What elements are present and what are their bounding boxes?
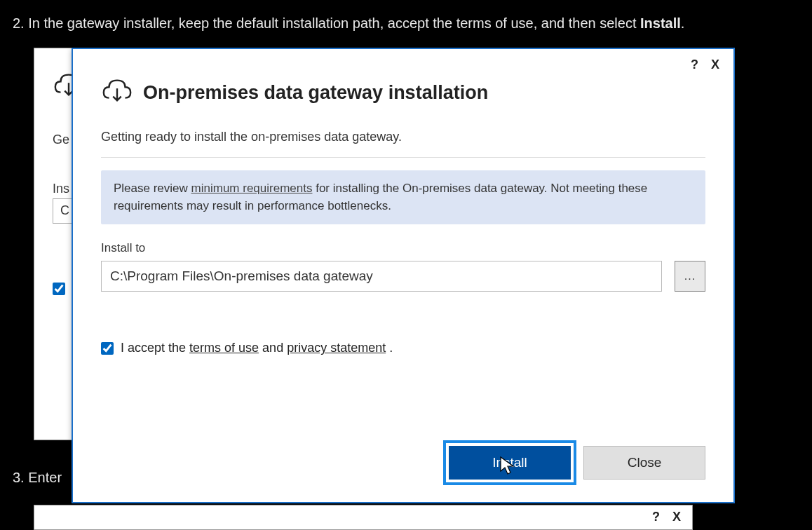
accept-text: I accept the terms of use and privacy st… [121, 341, 393, 355]
help-button[interactable]: ? [691, 57, 698, 72]
dialog-body: On-premises data gateway installation Ge… [73, 75, 733, 369]
step-2-instruction: 2. In the gateway installer, keep the de… [0, 0, 812, 41]
help-icon[interactable]: ? [652, 510, 660, 524]
install-path-row: ... [101, 261, 705, 292]
step-2-text: 2. In the gateway installer, keep the de… [13, 15, 640, 31]
close-button[interactable]: Close [583, 446, 705, 480]
close-window-button[interactable]: X [711, 57, 719, 72]
install-highlight-box: Install [443, 440, 576, 485]
dialog-titlebar: ? X [73, 49, 733, 75]
accept-terms-row: I accept the terms of use and privacy st… [101, 341, 705, 355]
dialog-button-row: Install Close [443, 440, 705, 485]
dialog-title: On-premises data gateway installation [143, 82, 488, 104]
info-prefix: Please review [114, 182, 191, 195]
bg-ready-text: Ge [53, 132, 69, 147]
install-path-input[interactable] [101, 261, 662, 292]
accept-and: and [259, 341, 287, 355]
browse-button[interactable]: ... [675, 261, 705, 292]
install-button[interactable]: Install [449, 446, 571, 480]
accept-suffix: . [386, 341, 393, 355]
accept-terms-checkbox[interactable] [101, 342, 114, 355]
close-icon[interactable]: X [672, 510, 681, 524]
step-2-suffix: . [681, 15, 685, 31]
background-window-2: ? X [34, 505, 693, 530]
cloud-download-icon [101, 75, 133, 110]
accept-prefix: I accept the [121, 341, 189, 355]
install-to-label: Install to [101, 241, 705, 255]
dialog-subtitle: Getting ready to install the on-premises… [101, 130, 705, 158]
step-2-bold: Install [640, 15, 681, 31]
min-requirements-link[interactable]: minimum requirements [191, 182, 313, 195]
step-3-instruction: 3. Enter [13, 470, 62, 486]
bg-titlebar-2: ? X [34, 505, 692, 529]
installer-dialog: ? X On-premises data gateway installatio… [72, 48, 735, 503]
bg-accept-checkbox [53, 283, 65, 295]
privacy-statement-link[interactable]: privacy statement [287, 341, 386, 355]
bg-install-label: Ins [53, 182, 69, 196]
terms-of-use-link[interactable]: terms of use [189, 341, 259, 355]
info-box: Please review minimum requirements for i… [101, 170, 705, 224]
dialog-header: On-premises data gateway installation [101, 75, 705, 110]
